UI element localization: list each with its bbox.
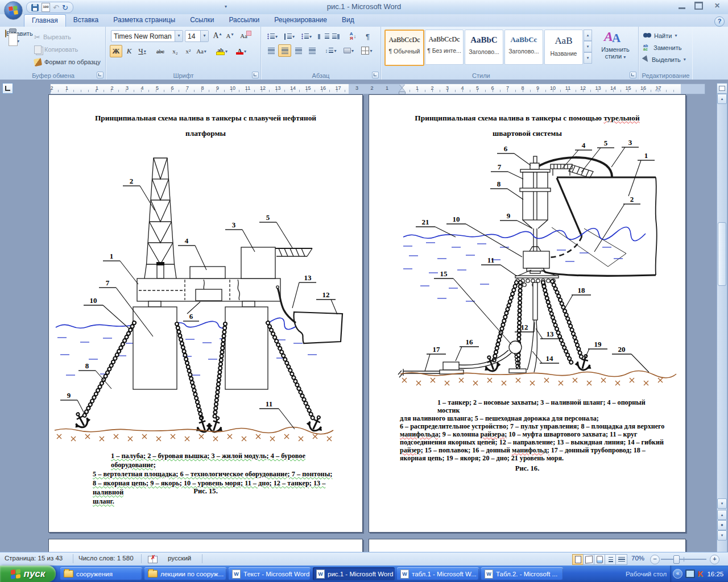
font-size-combo[interactable]: 14▾ [185, 30, 209, 42]
scrollbar-thumb[interactable] [718, 222, 726, 286]
align-center-button[interactable] [278, 44, 291, 57]
font-name-combo[interactable]: Times New Roman▾ [111, 30, 183, 42]
web-layout-view-button[interactable] [594, 554, 606, 565]
tab-home[interactable]: Главная [24, 14, 66, 27]
style-no-spacing[interactable]: АаBbCcDc¶ Без инте... [425, 30, 464, 65]
cut-button[interactable]: ✂ Вырезать [34, 31, 71, 43]
antivirus-tray-icon[interactable]: K [698, 569, 703, 578]
taskbar-item-ris1[interactable]: Wрис.1 - Microsoft Word [313, 567, 395, 580]
draft-view-button[interactable] [615, 554, 627, 565]
shading-button[interactable]: ▾ [341, 44, 357, 57]
chevron-down-icon[interactable]: ▾ [200, 31, 208, 41]
close-button[interactable]: ✕ [712, 2, 722, 10]
taskbar-item-tabl1[interactable]: Wтабл.1 - Microsoft W... [397, 567, 479, 580]
taskbar-item-tabl2[interactable]: WТабл.2. - Microsoft ... [481, 567, 563, 580]
change-styles-button[interactable]: АА Изменить стили ▾ [595, 29, 636, 66]
restore-button[interactable] [694, 2, 703, 10]
style-heading1[interactable]: АаBbCЗаголово... [465, 30, 503, 65]
styles-dialog-launcher[interactable] [630, 72, 636, 78]
decrease-indent-button[interactable] [317, 30, 330, 43]
line-spacing-button[interactable]: ↕▾ [322, 44, 339, 57]
replace-button[interactable]: abac Заменить [643, 42, 681, 53]
proofing-status[interactable]: ✗ [148, 556, 158, 564]
next-page-button[interactable]: ▾ [717, 530, 727, 541]
shrink-font-button[interactable]: А▾ [224, 30, 236, 42]
network-tray-icon[interactable] [685, 569, 695, 578]
strikethrough-button[interactable]: abc [154, 45, 167, 57]
increase-indent-button[interactable] [330, 30, 344, 43]
justify-button[interactable] [305, 44, 318, 57]
page-indicator[interactable]: Страница: 15 из 43 [5, 555, 63, 562]
bullets-button[interactable]: ▾ [264, 30, 280, 43]
bold-button[interactable]: Ж [110, 45, 122, 57]
multilevel-list-button[interactable]: ▾ [299, 30, 315, 43]
highlight-button[interactable]: ab▾ [216, 45, 228, 57]
outline-view-button[interactable] [605, 554, 617, 565]
tab-insert[interactable]: Вставка [66, 14, 106, 27]
copy-button[interactable]: Копировать [34, 44, 78, 55]
tab-page-layout[interactable]: Разметка страницы [106, 14, 183, 27]
right-indent-marker[interactable] [655, 88, 661, 92]
find-button[interactable]: Найти▾ [643, 30, 677, 41]
styles-scroll-down[interactable]: ▾ [584, 41, 592, 52]
vertical-scrollbar[interactable]: ▴ ▾ ▴ ● ▾ [717, 93, 727, 552]
select-button[interactable]: Выделить▾ [643, 54, 686, 65]
page-15[interactable]: Принципиальная схема налива в танкеры с … [48, 94, 363, 533]
tab-view[interactable]: Вид [334, 14, 362, 27]
fullscreen-reading-view-button[interactable] [583, 554, 595, 565]
zoom-slider-thumb[interactable] [673, 555, 680, 564]
tab-references[interactable]: Ссылки [183, 14, 221, 27]
font-dialog-launcher[interactable] [252, 72, 259, 78]
help-button[interactable]: ? [714, 16, 725, 27]
select-browse-object-button[interactable]: ● [717, 520, 727, 530]
show-marks-button[interactable]: ¶ [361, 30, 374, 43]
paste-button[interactable]: Вставить ▾ [5, 30, 32, 72]
office-button[interactable] [4, 1, 23, 20]
desktop-toolbar[interactable]: Рабочий стол » [626, 566, 675, 582]
page-16[interactable]: Принципиальная схема налива в танкеры с … [369, 94, 686, 533]
taskbar-item-soorujenia[interactable]: сооружения [60, 567, 142, 580]
change-case-button[interactable]: Аа▾ [195, 45, 208, 57]
grow-font-button[interactable]: А▴ [211, 30, 224, 42]
superscript-button[interactable]: x² [182, 45, 195, 57]
language-indicator[interactable]: русский [168, 555, 191, 562]
borders-button[interactable]: ▾ [359, 44, 375, 57]
minimize-button[interactable] [679, 2, 685, 9]
scroll-down-button[interactable]: ▾ [717, 498, 727, 509]
ruler-toggle-button[interactable] [717, 83, 727, 94]
font-color-button[interactable]: А▾ [235, 45, 247, 57]
sort-button[interactable]: АЯ↓ [346, 30, 359, 43]
taskbar-item-lekcii[interactable]: лекциии по сооруж... [144, 567, 226, 580]
clipboard-dialog-launcher[interactable] [97, 72, 104, 78]
zoom-in-button[interactable]: + [710, 555, 719, 564]
chevron-down-icon[interactable]: ▾ [175, 31, 183, 41]
zoom-out-button[interactable]: – [650, 555, 660, 564]
start-button[interactable]: пуск [0, 566, 56, 582]
style-heading2[interactable]: АаBbCcЗаголово... [504, 30, 543, 65]
clear-formatting-button[interactable]: Аа [239, 30, 252, 42]
align-left-button[interactable] [264, 44, 278, 57]
taskbar-item-tekst[interactable]: WТекст - Microsoft Word [229, 567, 311, 580]
subscript-button[interactable]: x₂ [169, 45, 181, 57]
previous-page-button[interactable]: ▴ [717, 510, 727, 520]
first-line-indent-marker[interactable] [399, 84, 405, 88]
scroll-up-button[interactable]: ▴ [717, 94, 727, 104]
underline-button[interactable]: Ч▾ [136, 45, 148, 57]
tab-stop-selector[interactable] [2, 83, 13, 94]
left-indent-marker[interactable] [399, 92, 406, 94]
style-normal[interactable]: АаBbCcDc¶ Обычный [384, 30, 424, 66]
hide-icons-button[interactable]: « [673, 569, 682, 579]
style-title[interactable]: АаВНазвание [544, 30, 583, 65]
tab-review[interactable]: Рецензирование [267, 14, 334, 27]
styles-scroll-up[interactable]: ▴ [584, 30, 592, 41]
zoom-level[interactable]: 70% [631, 555, 644, 562]
styles-more-button[interactable]: ▾ [584, 52, 592, 64]
paragraph-dialog-launcher[interactable] [372, 72, 379, 78]
align-right-button[interactable] [292, 44, 305, 57]
print-layout-view-button[interactable] [572, 554, 584, 565]
tab-mailings[interactable]: Рассылки [221, 14, 267, 27]
italic-button[interactable]: К [123, 45, 135, 57]
numbering-button[interactable]: ▾ [282, 30, 297, 43]
format-painter-button[interactable]: Формат по образцу [34, 56, 101, 68]
word-count[interactable]: Число слов: 1 580 [78, 555, 134, 562]
